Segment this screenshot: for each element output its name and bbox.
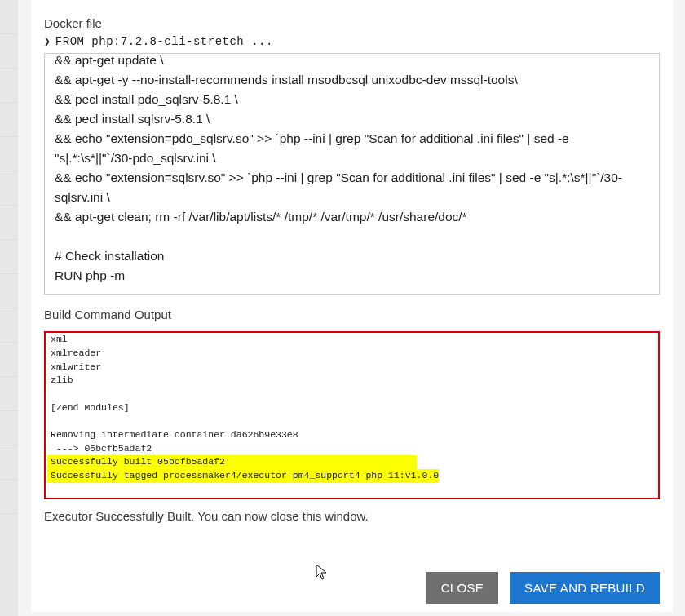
dockerfile-label: Docker file bbox=[44, 16, 660, 30]
modal-footer: CLOSE SAVE AND REBUILD bbox=[44, 557, 660, 604]
sidebar-stub bbox=[0, 0, 18, 616]
build-output-box[interactable]: xml xmlreader xmlwriter zlib [Zend Modul… bbox=[47, 335, 656, 496]
dockerfile-textarea[interactable] bbox=[44, 53, 660, 295]
dockerfile-summary-text: FROM php:7.2.8-cli-stretch ... bbox=[55, 35, 273, 48]
save-rebuild-button[interactable]: SAVE AND REBUILD bbox=[510, 572, 660, 604]
executor-build-modal: Docker file ❯ FROM php:7.2.8-cli-stretch… bbox=[31, 0, 673, 612]
status-message: Executor Successfully Built. You can now… bbox=[44, 509, 660, 523]
build-output-highlight-frame: xml xmlreader xmlwriter zlib [Zend Modul… bbox=[44, 331, 660, 499]
chevron-right-icon: ❯ bbox=[44, 35, 51, 48]
build-output-text: xml xmlreader xmlwriter zlib [Zend Modul… bbox=[47, 335, 656, 455]
close-button[interactable]: CLOSE bbox=[426, 572, 498, 604]
build-output-success-line2: Successfully tagged processmaker4/execut… bbox=[47, 469, 439, 483]
dockerfile-expand-row[interactable]: ❯ FROM php:7.2.8-cli-stretch ... bbox=[44, 35, 660, 48]
build-output-success-line1: Successfully built 05bcfb5adaf2 bbox=[47, 455, 417, 469]
build-output-label: Build Command Output bbox=[44, 308, 660, 321]
